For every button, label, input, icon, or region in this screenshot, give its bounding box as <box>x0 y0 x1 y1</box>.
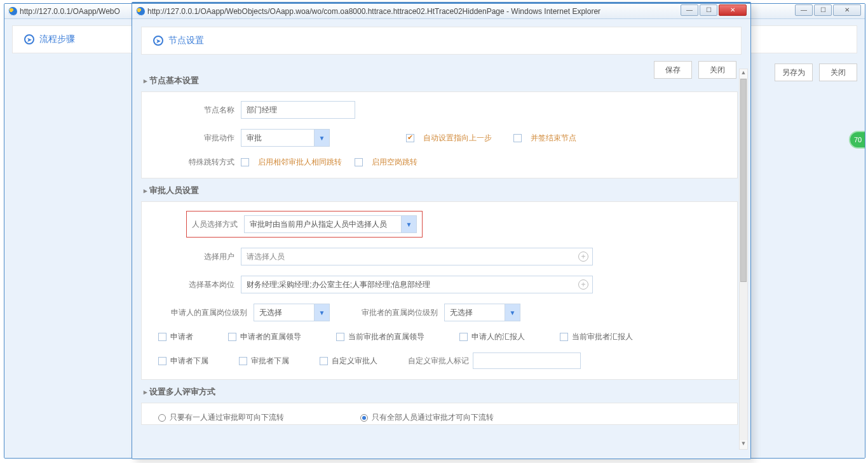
front-window-titlebar: http://127.0.0.1/OAapp/WebObjects/OAapp.… <box>132 4 750 19</box>
cb-applicant-label: 申请者 <box>170 332 193 342</box>
section-multi-head[interactable]: 设置多人评审方式 <box>141 380 738 403</box>
cb-applicant-leader-label: 申请者的直属领导 <box>240 332 301 342</box>
close-button[interactable]: 关闭 <box>819 64 857 81</box>
cb-applicant-reporter-label: 申请人的汇报人 <box>471 332 525 342</box>
end-node-checkbox[interactable] <box>513 134 522 142</box>
cb-applicant-reporter[interactable] <box>459 333 468 341</box>
select-user-placeholder: 请选择人员 <box>247 252 285 262</box>
select-post-value: 财务经理;采购经理;办公室主任;人事部经理;信息部经理 <box>247 279 430 290</box>
custom-tag-label: 自定义审批人标记 <box>408 356 469 366</box>
node-name-input[interactable] <box>241 101 355 119</box>
cb-approver-sub[interactable] <box>239 357 247 365</box>
req-post-select[interactable]: 无选择 ▼ <box>254 304 330 321</box>
chevron-down-icon: ▼ <box>505 304 520 321</box>
front-card-header: ➤ 节点设置 <box>141 27 742 55</box>
cb-applicant-sub-label: 申请者下属 <box>170 356 208 366</box>
select-user-picker[interactable]: 请选择人员 + <box>241 248 593 265</box>
back-window-controls: — ☐ ✕ <box>794 4 861 16</box>
radio-one-pass[interactable] <box>158 414 166 422</box>
cb-approver-sub-label: 审批者下属 <box>251 356 289 366</box>
radio-all-pass-label: 只有全部人员通过审批才可向下流转 <box>372 412 494 423</box>
select-post-picker[interactable]: 财务经理;采购经理;办公室主任;人事部经理;信息部经理 + <box>241 276 593 293</box>
arrow-right-icon: ➤ <box>153 36 163 46</box>
auto-prev-checkbox[interactable] <box>406 134 414 142</box>
arrow-right-icon: ➤ <box>24 34 34 44</box>
select-mode-select[interactable]: 审批时由当前用户从指定人员中选择人员 ▼ <box>244 215 417 233</box>
ie-icon <box>8 7 17 16</box>
action-value: 审批 <box>241 133 314 144</box>
cb-current-leader[interactable] <box>336 333 344 341</box>
front-window-controls: — ☐ ✕ <box>679 4 747 16</box>
front-close-button[interactable]: ✕ <box>719 4 747 16</box>
cb-applicant[interactable] <box>158 333 166 341</box>
approver-checkbox-row-1: 申请者 申请者的直属领导 当前审批者的直属领导 申请人的汇报人 当前审批者汇报人 <box>158 332 633 342</box>
ie-icon <box>136 7 145 16</box>
jump-same-checkbox[interactable] <box>241 158 249 166</box>
select-user-label: 选择用户 <box>152 252 241 262</box>
scroll-up-icon[interactable]: ▲ <box>740 69 747 78</box>
front-minimize-button[interactable]: — <box>681 4 698 16</box>
save-as-button[interactable]: 另存为 <box>775 64 813 81</box>
action-select[interactable]: 审批 ▼ <box>241 129 330 147</box>
front-card-title: ➤ 节点设置 <box>153 35 729 46</box>
front-window-url: http://127.0.0.1/OAapp/WebObjects/OAapp.… <box>147 4 600 18</box>
select-mode-value: 审批时由当前用户从指定人员中选择人员 <box>245 219 401 230</box>
section-basic-head[interactable]: 节点基本设置 <box>141 69 738 91</box>
req-post-value: 无选择 <box>254 307 314 318</box>
back-close-button[interactable]: ✕ <box>833 4 861 16</box>
req-post-label: 申请人的直属岗位级别 <box>152 307 254 318</box>
cb-current-reporter-label: 当前审批者汇报人 <box>572 332 633 342</box>
chevron-down-icon: ▼ <box>401 216 416 232</box>
multi-radio-row: 只要有一人通过审批即可向下流转 只有全部人员通过审批才可向下流转 <box>158 412 494 423</box>
cb-custom-label: 自定义审批人 <box>332 356 377 366</box>
auto-prev-label: 自动设置指向上一步 <box>423 133 492 144</box>
radio-all-pass[interactable] <box>360 414 368 422</box>
section-multi-panel: 只要有一人通过审批即可向下流转 只有全部人员通过审批才可向下流转 <box>141 403 738 425</box>
cb-applicant-leader[interactable] <box>228 333 236 341</box>
select-post-label: 选择基本岗位 <box>152 279 241 290</box>
select-mode-label: 人员选择方式 <box>192 219 244 230</box>
section-basic-panel: 节点名称 审批动作 审批 ▼ 自动设置指向上一步 <box>141 91 738 178</box>
jump-same-label: 启用相邻审批人相同跳转 <box>258 157 342 168</box>
front-body: ➤ 节点设置 保存 关闭 节点基本设置 节点名称 审批动作 审批 <box>132 19 750 459</box>
cb-current-leader-label: 当前审批者的直属领导 <box>348 332 424 342</box>
section-approver-panel: 人员选择方式 审批时由当前用户从指定人员中选择人员 ▼ 选择用户 请选择人员 + <box>141 201 738 380</box>
back-window-url: http://127.0.0.1/OAapp/WebO <box>20 4 120 18</box>
node-name-label: 节点名称 <box>152 105 241 116</box>
vertical-scrollbar[interactable]: ▲ ▼ <box>739 69 748 450</box>
plus-icon[interactable]: + <box>578 279 588 290</box>
chevron-down-icon: ▼ <box>314 130 329 146</box>
cb-current-reporter[interactable] <box>560 333 568 341</box>
cb-applicant-sub[interactable] <box>158 357 166 365</box>
back-title-text: 流程步骤 <box>39 34 75 45</box>
front-window: http://127.0.0.1/OAapp/WebObjects/OAapp.… <box>132 2 751 459</box>
jump-mode-label: 特殊跳转方式 <box>152 157 241 168</box>
apr-post-select[interactable]: 无选择 ▼ <box>444 304 520 321</box>
badge-70[interactable]: 70 <box>849 131 865 149</box>
jump-empty-label: 启用空岗跳转 <box>372 157 417 168</box>
apr-post-value: 无选择 <box>445 307 505 318</box>
approver-checkbox-row-2: 申请者下属 审批者下属 自定义审批人 自定义审批人标记 <box>158 352 581 369</box>
radio-one-pass-label: 只要有一人通过审批即可向下流转 <box>170 412 284 423</box>
custom-tag-input[interactable] <box>473 352 581 369</box>
back-maximize-button[interactable]: ☐ <box>814 4 832 16</box>
scroll-down-icon[interactable]: ▼ <box>740 440 747 449</box>
back-minimize-button[interactable]: — <box>795 4 813 16</box>
front-maximize-button[interactable]: ☐ <box>700 4 717 16</box>
section-approver-head[interactable]: 审批人员设置 <box>141 178 738 201</box>
chevron-down-icon: ▼ <box>314 304 329 321</box>
end-node-label: 并签结束节点 <box>531 133 576 144</box>
action-label: 审批动作 <box>152 133 241 144</box>
select-mode-highlight: 人员选择方式 审批时由当前用户从指定人员中选择人员 ▼ <box>186 211 423 238</box>
scroll-area: 节点基本设置 节点名称 审批动作 审批 ▼ 自动设置指向上一步 <box>141 69 738 450</box>
front-title-text: 节点设置 <box>168 35 204 46</box>
apr-post-label: 审批者的直属岗位级别 <box>362 307 444 318</box>
scroll-thumb[interactable] <box>740 79 747 282</box>
cb-custom[interactable] <box>320 357 328 365</box>
plus-icon[interactable]: + <box>578 252 588 262</box>
jump-empty-checkbox[interactable] <box>355 158 363 166</box>
